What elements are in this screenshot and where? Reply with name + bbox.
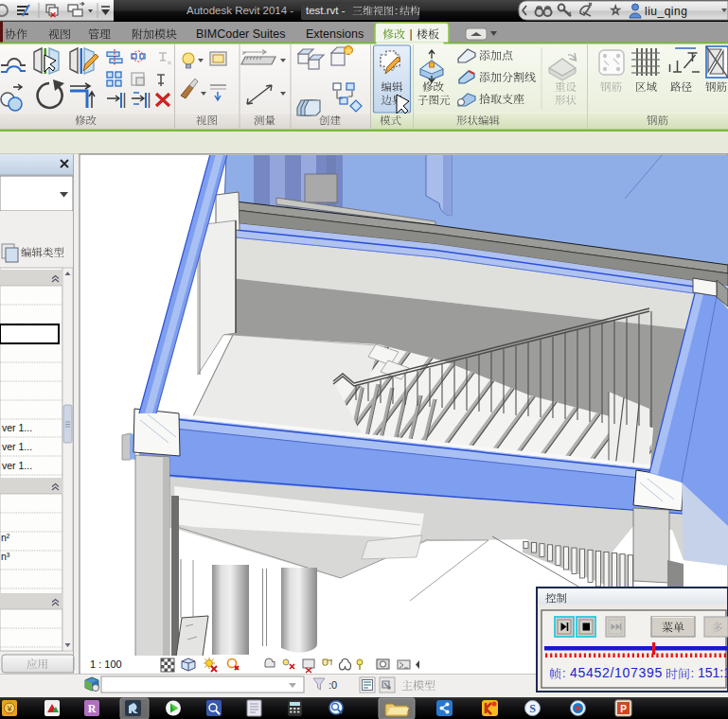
- svg-text:n³: n³: [1, 551, 10, 562]
- svg-text:Extensions: Extensions: [306, 27, 364, 41]
- svg-text:¥: ¥: [6, 704, 12, 713]
- svg-text:Autodesk Revit 2014 -: Autodesk Revit 2014 -: [186, 5, 293, 16]
- svg-text:1 : 100: 1 : 100: [90, 658, 122, 670]
- svg-text::: :: [395, 5, 398, 16]
- svg-text:test.rvt -: test.rvt -: [306, 5, 346, 16]
- svg-text:P: P: [620, 704, 627, 714]
- svg-text:45452/107395: 45452/107395: [570, 665, 663, 680]
- svg-text:151:1: 151:1: [698, 665, 728, 680]
- svg-text:✕: ✕: [167, 60, 172, 66]
- svg-text::0: :0: [328, 679, 337, 691]
- svg-text::: :: [562, 666, 566, 680]
- svg-text:ver 1...: ver 1...: [2, 422, 32, 433]
- svg-text:ver 1...: ver 1...: [2, 460, 32, 471]
- svg-text:liu_qing: liu_qing: [645, 5, 687, 18]
- svg-text:|: |: [410, 27, 413, 41]
- svg-text:n²: n²: [1, 532, 10, 543]
- svg-text:ver 1...: ver 1...: [2, 441, 32, 452]
- svg-text::: :: [691, 666, 695, 680]
- svg-text:✕: ✕: [49, 10, 57, 20]
- svg-text:S: S: [529, 702, 536, 715]
- svg-text:R: R: [88, 702, 97, 715]
- svg-text:BIMCoder Suites: BIMCoder Suites: [196, 27, 285, 41]
